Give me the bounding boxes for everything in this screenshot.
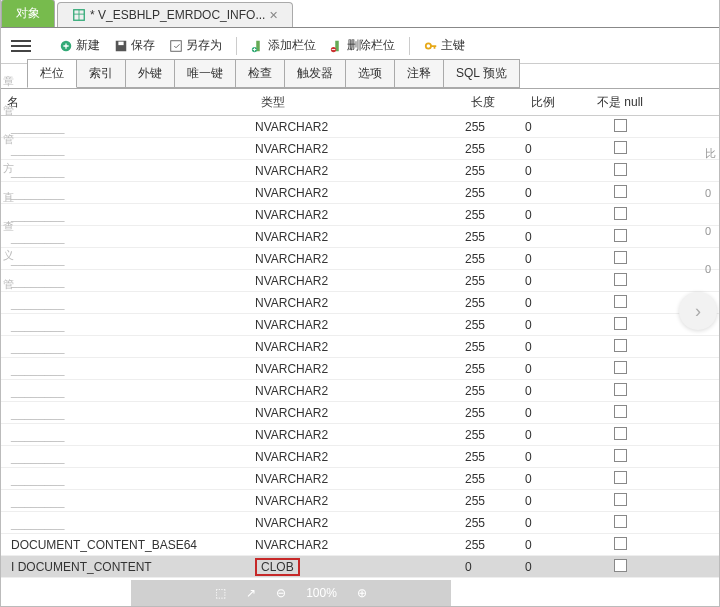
sub-tab-6[interactable]: 选项 — [345, 59, 395, 88]
cell-notnull[interactable] — [585, 383, 655, 399]
cell-type[interactable]: NVARCHAR2 — [255, 450, 465, 464]
checkbox[interactable] — [614, 317, 627, 330]
checkbox[interactable] — [614, 515, 627, 528]
cell-name[interactable]: ________ — [1, 120, 255, 134]
col-len[interactable]: 长度 — [465, 94, 525, 111]
table-row[interactable]: ________NVARCHAR22550 — [1, 182, 719, 204]
cell-len[interactable]: 255 — [465, 428, 525, 442]
cell-type[interactable]: NVARCHAR2 — [255, 428, 465, 442]
table-row[interactable]: ________NVARCHAR22550 — [1, 446, 719, 468]
cell-notnull[interactable] — [585, 141, 655, 157]
cell-name[interactable]: ________ — [1, 494, 255, 508]
cell-scale[interactable]: 0 — [525, 318, 585, 332]
cell-scale[interactable]: 0 — [525, 208, 585, 222]
cell-len[interactable]: 255 — [465, 406, 525, 420]
cell-type[interactable]: NVARCHAR2 — [255, 208, 465, 222]
checkbox[interactable] — [614, 537, 627, 550]
cell-name[interactable]: ________ — [1, 296, 255, 310]
cell-notnull[interactable] — [585, 119, 655, 135]
table-row[interactable]: ________NVARCHAR22550 — [1, 204, 719, 226]
cell-type[interactable]: NVARCHAR2 — [255, 406, 465, 420]
checkbox[interactable] — [614, 471, 627, 484]
table-row[interactable]: ________NVARCHAR22550 — [1, 380, 719, 402]
cell-name[interactable]: ________ — [1, 274, 255, 288]
sub-tab-1[interactable]: 索引 — [76, 59, 126, 88]
zoom-in-icon[interactable]: ⊕ — [357, 586, 367, 600]
cell-scale[interactable]: 0 — [525, 406, 585, 420]
cell-notnull[interactable] — [585, 273, 655, 289]
cell-type[interactable]: NVARCHAR2 — [255, 494, 465, 508]
cell-scale[interactable]: 0 — [525, 120, 585, 134]
table-row[interactable]: ________NVARCHAR22550 — [1, 314, 719, 336]
cell-notnull[interactable] — [585, 185, 655, 201]
cell-type[interactable]: NVARCHAR2 — [255, 252, 465, 266]
table-row[interactable]: I DOCUMENT_CONTENTCLOB00 — [1, 556, 719, 578]
cell-type[interactable]: NVARCHAR2 — [255, 538, 465, 552]
new-button[interactable]: 新建 — [55, 34, 104, 57]
cell-type[interactable]: NVARCHAR2 — [255, 384, 465, 398]
checkbox[interactable] — [614, 449, 627, 462]
cell-len[interactable]: 255 — [465, 538, 525, 552]
cell-type[interactable]: NVARCHAR2 — [255, 296, 465, 310]
cell-scale[interactable]: 0 — [525, 428, 585, 442]
cell-notnull[interactable] — [585, 251, 655, 267]
cell-name[interactable]: ________ — [1, 142, 255, 156]
checkbox[interactable] — [614, 119, 627, 132]
cell-type[interactable]: NVARCHAR2 — [255, 230, 465, 244]
sub-tab-8[interactable]: SQL 预览 — [443, 59, 520, 88]
cell-len[interactable]: 255 — [465, 450, 525, 464]
cell-name[interactable]: ________ — [1, 252, 255, 266]
checkbox[interactable] — [614, 141, 627, 154]
table-row[interactable]: ________NVARCHAR22550 — [1, 512, 719, 534]
cell-name[interactable]: ________ — [1, 384, 255, 398]
cell-notnull[interactable] — [585, 405, 655, 421]
delcol-button[interactable]: 删除栏位 — [326, 34, 399, 57]
save-button[interactable]: 保存 — [110, 34, 159, 57]
cell-notnull[interactable] — [585, 559, 655, 575]
cell-notnull[interactable] — [585, 229, 655, 245]
cell-notnull[interactable] — [585, 361, 655, 377]
cell-len[interactable]: 0 — [465, 560, 525, 574]
cell-scale[interactable]: 0 — [525, 472, 585, 486]
cell-name[interactable]: ________ — [1, 164, 255, 178]
checkbox[interactable] — [614, 229, 627, 242]
table-row[interactable]: ________NVARCHAR22550 — [1, 248, 719, 270]
cell-len[interactable]: 255 — [465, 340, 525, 354]
cell-notnull[interactable] — [585, 537, 655, 553]
cell-type[interactable]: NVARCHAR2 — [255, 340, 465, 354]
sub-tab-3[interactable]: 唯一键 — [174, 59, 236, 88]
cell-len[interactable]: 255 — [465, 186, 525, 200]
menu-icon[interactable] — [11, 40, 31, 52]
table-row[interactable]: ________NVARCHAR22550 — [1, 490, 719, 512]
cell-scale[interactable]: 0 — [525, 164, 585, 178]
col-name[interactable]: 名 — [1, 94, 255, 111]
cell-scale[interactable]: 0 — [525, 274, 585, 288]
checkbox[interactable] — [614, 405, 627, 418]
cell-type[interactable]: NVARCHAR2 — [255, 142, 465, 156]
cell-name[interactable]: ________ — [1, 428, 255, 442]
zoom-out-icon[interactable]: ⊖ — [276, 586, 286, 600]
cell-len[interactable]: 255 — [465, 318, 525, 332]
saveas-button[interactable]: 另存为 — [165, 34, 226, 57]
cell-scale[interactable]: 0 — [525, 494, 585, 508]
cell-name[interactable]: ________ — [1, 340, 255, 354]
cell-type[interactable]: NVARCHAR2 — [255, 274, 465, 288]
table-row[interactable]: ________NVARCHAR22550 — [1, 468, 719, 490]
table-row[interactable]: ________NVARCHAR22550 — [1, 292, 719, 314]
cell-name[interactable]: ________ — [1, 362, 255, 376]
checkbox[interactable] — [614, 207, 627, 220]
cell-len[interactable]: 255 — [465, 494, 525, 508]
cell-type[interactable]: NVARCHAR2 — [255, 472, 465, 486]
cell-notnull[interactable] — [585, 515, 655, 531]
cell-name[interactable]: ________ — [1, 318, 255, 332]
cell-scale[interactable]: 0 — [525, 142, 585, 156]
col-notnull[interactable]: 不是 null — [585, 94, 655, 111]
cell-notnull[interactable] — [585, 207, 655, 223]
cell-scale[interactable]: 0 — [525, 186, 585, 200]
cell-len[interactable]: 255 — [465, 516, 525, 530]
cell-scale[interactable]: 0 — [525, 296, 585, 310]
table-row[interactable]: ________NVARCHAR22550 — [1, 336, 719, 358]
table-row[interactable]: ________NVARCHAR22550 — [1, 424, 719, 446]
table-row[interactable]: ________NVARCHAR22550 — [1, 138, 719, 160]
cell-name[interactable]: ________ — [1, 208, 255, 222]
